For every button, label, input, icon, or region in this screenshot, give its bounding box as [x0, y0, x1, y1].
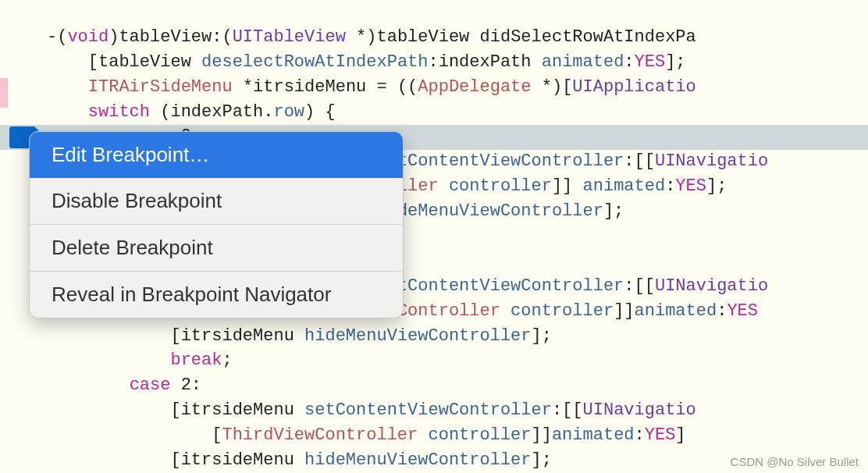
code-token — [47, 350, 170, 370]
code-token: YES — [727, 301, 758, 321]
code-token: ]] — [552, 176, 583, 196]
code-token: ]; — [665, 52, 685, 72]
code-token: YES — [675, 176, 706, 196]
code-token: UIApplicatio — [572, 77, 695, 97]
code-token: UITableView — [233, 27, 346, 47]
code-token: deMenuViewController — [397, 201, 603, 221]
code-token: animated — [552, 425, 635, 445]
code-token: UINavigatio — [655, 276, 768, 296]
code-token: : — [624, 52, 634, 72]
code-token: ] — [675, 425, 685, 445]
code-token: ) { — [304, 102, 336, 122]
code-token: switch — [88, 102, 150, 122]
code-token: void — [67, 27, 108, 47]
code-token: controller — [500, 301, 614, 321]
gutter[interactable] — [0, 0, 33, 473]
code-token: YES — [645, 425, 676, 445]
code-token: row — [273, 102, 304, 122]
code-token: :[[ — [624, 276, 655, 296]
code-token: (indexPath. — [150, 102, 273, 122]
code-token: controller — [439, 176, 552, 196]
code-token: *)tableView didSelectRowAtIndexPa — [346, 27, 696, 47]
code-token: ]; — [706, 176, 727, 196]
code-token: *)[ — [532, 77, 573, 97]
code-token: controller — [418, 425, 531, 445]
code-token: -( — [47, 27, 67, 47]
code-token: animated — [583, 176, 666, 196]
code-token: UINavigatio — [583, 400, 696, 420]
code-token: ITRAirSideMenu — [88, 77, 233, 97]
code-token: : — [665, 176, 675, 196]
code-token: ]; — [603, 201, 624, 221]
code-token: [itrsideMenu — [47, 400, 304, 420]
code-token: deselectRowAtIndexPath — [201, 52, 428, 72]
code-token: [ — [47, 425, 222, 445]
code-token: :indexPath — [429, 52, 542, 72]
code-token: UINavigatio — [655, 151, 768, 171]
code-token: AppDelegate — [418, 77, 531, 97]
code-token: 2: — [170, 375, 201, 395]
code-token: Controller — [397, 301, 500, 321]
code-token: ]; — [532, 450, 552, 470]
menu-item-delete-breakpoint[interactable]: Delete Breakpoint — [30, 225, 403, 271]
code-token: animated — [542, 52, 624, 72]
menu-item-reveal-breakpoint[interactable]: Reveal in Breakpoint Navigator — [30, 272, 403, 318]
code-token: [itrsideMenu — [47, 326, 304, 346]
code-token: animated — [635, 301, 717, 321]
code-token: : — [635, 425, 645, 445]
menu-item-disable-breakpoint[interactable]: Disable Breakpoint — [30, 178, 403, 224]
code-token: [itrsideMenu — [47, 450, 304, 470]
code-token: hideMenuViewController — [304, 450, 531, 470]
code-token — [47, 77, 88, 97]
code-token: :[[ — [552, 400, 583, 420]
code-token: tContentViewController — [397, 276, 624, 296]
code-token: : — [717, 301, 727, 321]
watermark: CSDN @No Silver Bullet — [731, 455, 859, 468]
code-token: :[[ — [624, 151, 655, 171]
code-token: ]] — [614, 301, 634, 321]
code-token — [47, 102, 88, 122]
code-token — [47, 375, 130, 395]
code-token: break — [170, 350, 222, 370]
code-token: ]] — [532, 425, 552, 445]
code-token: ; — [222, 350, 232, 370]
breakpoint-context-menu: Edit Breakpoint… Disable Breakpoint Dele… — [29, 131, 404, 318]
code-token: *itrsideMenu = (( — [233, 77, 418, 97]
menu-item-edit-breakpoint[interactable]: Edit Breakpoint… — [30, 132, 403, 178]
code-token: ]; — [532, 326, 552, 346]
code-token: hideMenuViewController — [304, 326, 531, 346]
code-token: tContentViewController — [397, 151, 624, 171]
change-marker — [0, 78, 8, 108]
code-token: )tableView:( — [108, 27, 232, 47]
code-token: case — [130, 375, 171, 395]
code-token: setContentViewController — [304, 400, 552, 420]
code-token: YES — [635, 52, 666, 72]
code-token: [tableView — [47, 52, 201, 72]
code-token: ThirdViewController — [222, 425, 418, 445]
